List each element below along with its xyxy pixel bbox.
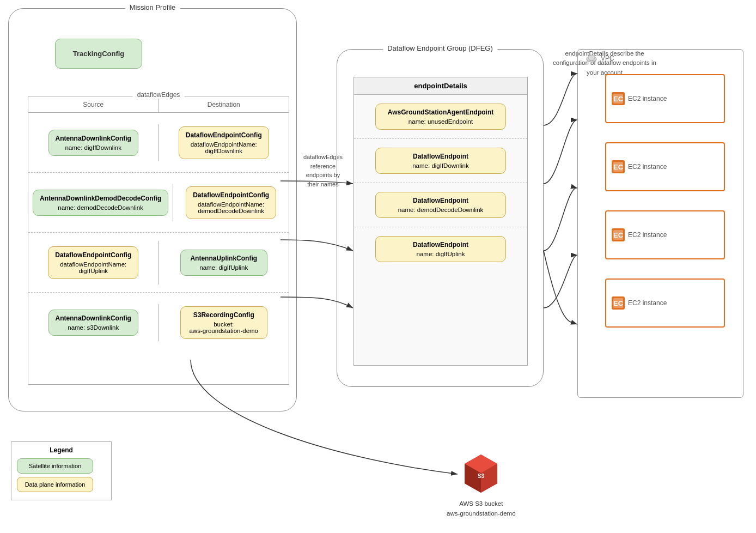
node-title: DataflowEndpointConfig <box>186 131 262 139</box>
svg-text:EC: EC <box>613 299 624 307</box>
svg-text:EC: EC <box>613 163 624 171</box>
node-sub: name: unusedEndpoint <box>382 118 499 125</box>
vpc-label: VPC <box>586 54 614 63</box>
tracking-config-title: TrackingConfig <box>73 50 125 58</box>
tracking-config-node: TrackingConfig <box>55 39 142 69</box>
ec2-label-3: EC2 instance <box>628 231 667 239</box>
df-row4-dest: S3RecordingConfig bucket:aws-groundstati… <box>159 301 289 344</box>
legend-box: Legend Satellite information Data plane … <box>11 441 112 500</box>
node-sub: name: digIfUplink <box>187 264 260 271</box>
df-row1-dest: DataflowEndpointConfig dataflowEndpointN… <box>159 121 289 165</box>
dfeg-label: Dataflow Endpoint Group (DFEG) <box>383 44 497 52</box>
legend-green-label: Satellite information <box>29 463 82 469</box>
node-sub: dataflowEndpointName:digIfUplink <box>55 261 131 274</box>
df-row2-source: AntennaDownlinkDemodDecodeConfig name: d… <box>28 184 173 221</box>
antenna-downlink-demod-decode-config: AntennaDownlinkDemodDecodeConfig name: d… <box>33 190 168 216</box>
ec2-icon-4: EC <box>611 295 626 311</box>
antenna-uplink-config: AntennaUplinkConfig name: digIfUplink <box>180 250 267 276</box>
legend-title: Legend <box>17 446 106 454</box>
s3-recording-config: S3RecordingConfig bucket:aws-groundstati… <box>180 306 267 339</box>
df-row2-dest: DataflowEndpointConfig dataflowEndpointN… <box>173 181 289 225</box>
node-title: AntennaDownlinkConfig <box>56 314 131 322</box>
ec2-label-4: EC2 instance <box>628 299 667 307</box>
df-header-row: Source Destination <box>28 96 289 113</box>
node-title: DataflowEndpointConfig <box>55 251 131 259</box>
cloud-icon <box>586 54 598 63</box>
ep-row-2: DataflowEndpoint name: digIfDownlink <box>354 139 527 183</box>
svg-text:EC: EC <box>613 95 624 103</box>
ec2-icon-2: EC <box>611 159 626 174</box>
svg-text:EC: EC <box>613 231 624 239</box>
dataflow-edges-box: dataflowEdges Source Destination Antenna… <box>28 96 289 385</box>
df-row3-source: DataflowEndpointConfig dataflowEndpointN… <box>28 241 159 284</box>
dataflow-endpoint-digif-uplink: DataflowEndpoint name: digIfUplink <box>375 236 506 262</box>
node-sub: bucket:aws-groundstation-demo <box>187 321 260 334</box>
ec2-icon-1: EC <box>611 91 626 106</box>
svg-point-3 <box>588 55 595 60</box>
ep-row-1: AwsGroundStationAgentEndpoint name: unus… <box>354 95 527 139</box>
df-row4-source: AntennaDownlinkConfig name: s3Downlink <box>28 304 159 341</box>
node-sub: name: demodDecodeDownlink <box>40 204 161 211</box>
diagram-container: { "missionProfile": { "label": "Mission … <box>0 0 756 533</box>
s3-bucket: S3 AWS S3 bucket aws-groundstation-demo <box>447 452 516 517</box>
dataflow-endpoint-config-2: DataflowEndpointConfig dataflowEndpointN… <box>186 186 276 219</box>
df-row-2: AntennaDownlinkDemodDecodeConfig name: d… <box>28 173 289 233</box>
dataflow-endpoint-digif-downlink: DataflowEndpoint name: digIfDownlink <box>375 148 506 174</box>
node-title: AntennaDownlinkDemodDecodeConfig <box>40 195 161 202</box>
dataflow-endpoint-config-uplink: DataflowEndpointConfig dataflowEndpointN… <box>48 246 138 279</box>
ec2-icon-3: EC <box>611 227 626 243</box>
df-source-header: Source <box>28 96 159 112</box>
ep-row-3: DataflowEndpoint name: demodDecodeDownli… <box>354 183 527 227</box>
ec2-instance-4: EC EC2 instance <box>605 278 725 328</box>
legend-item-green: Satellite information <box>17 458 106 474</box>
vpc-box: VPC EC EC2 instance EC EC2 instance <box>577 49 743 398</box>
node-title: DataflowEndpoint <box>382 197 499 204</box>
svg-text:S3: S3 <box>478 473 485 479</box>
dataflow-endpoint-demod-decode: DataflowEndpoint name: demodDecodeDownli… <box>375 192 506 218</box>
df-row1-source: AntennaDownlinkConfig name: digIfDownlin… <box>28 124 159 161</box>
legend-item-yellow: Data plane information <box>17 477 106 492</box>
df-row-3: DataflowEndpointConfig dataflowEndpointN… <box>28 233 289 293</box>
dfeg-box: Dataflow Endpoint Group (DFEG) endpointD… <box>337 49 544 387</box>
node-title: S3RecordingConfig <box>187 311 260 319</box>
legend-green-box: Satellite information <box>17 458 93 474</box>
s3-label: AWS S3 bucket <box>447 500 516 507</box>
node-sub: name: digIfDownlink <box>382 162 499 169</box>
node-sub: dataflowEndpointName:digIfDownlink <box>186 141 262 154</box>
ec2-label-2: EC2 instance <box>628 163 667 171</box>
ep-row-4: DataflowEndpoint name: digIfUplink <box>354 227 527 271</box>
s3-sub-label: aws-groundstation-demo <box>447 510 516 517</box>
node-title: DataflowEndpointConfig <box>193 191 269 199</box>
df-dest-header: Destination <box>159 96 289 112</box>
mission-profile-box: Mission Profile TrackingConfig dataflowE… <box>8 8 297 411</box>
node-sub: dataflowEndpointName:demodDecodeDownlink <box>193 201 269 214</box>
s3-icon: S3 <box>462 452 500 495</box>
antenna-downlink-config-1: AntennaDownlinkConfig name: digIfDownlin… <box>48 130 138 156</box>
node-title: AntennaUplinkConfig <box>187 255 260 262</box>
node-sub: name: s3Downlink <box>56 324 131 331</box>
ec2-label-1: EC2 instance <box>628 95 667 102</box>
node-title: AntennaDownlinkConfig <box>56 135 131 142</box>
ec2-instance-3: EC EC2 instance <box>605 210 725 259</box>
mission-profile-label: Mission Profile <box>125 3 180 11</box>
df-row-4: AntennaDownlinkConfig name: s3Downlink S… <box>28 293 289 353</box>
ec2-instance-1: EC EC2 instance <box>605 74 725 123</box>
node-title: DataflowEndpoint <box>382 241 499 249</box>
dataflow-endpoint-config-1: DataflowEndpointConfig dataflowEndpointN… <box>179 126 269 159</box>
df-row-1: AntennaDownlinkConfig name: digIfDownlin… <box>28 113 289 173</box>
ec2-instance-2: EC EC2 instance <box>605 142 725 191</box>
legend-yellow-box: Data plane information <box>17 477 93 492</box>
df-row3-dest: AntennaUplinkConfig name: digIfUplink <box>159 244 289 281</box>
aws-gs-agent-endpoint: AwsGroundStationAgentEndpoint name: unus… <box>375 104 506 130</box>
endpoint-details-label: endpointDetails <box>354 77 527 95</box>
node-sub: name: digIfDownlink <box>56 144 131 151</box>
vpc-text: VPC <box>601 54 614 62</box>
node-title: AwsGroundStationAgentEndpoint <box>382 108 499 116</box>
node-sub: name: digIfUplink <box>382 251 499 257</box>
dataflow-edges-label: dataflowEdges <box>133 91 185 99</box>
node-sub: name: demodDecodeDownlink <box>382 207 499 213</box>
node-title: DataflowEndpoint <box>382 153 499 160</box>
antenna-downlink-config-s3: AntennaDownlinkConfig name: s3Downlink <box>48 310 138 336</box>
legend-yellow-label: Data plane information <box>25 481 86 488</box>
endpoint-details-box: endpointDetails AwsGroundStationAgentEnd… <box>353 77 528 366</box>
